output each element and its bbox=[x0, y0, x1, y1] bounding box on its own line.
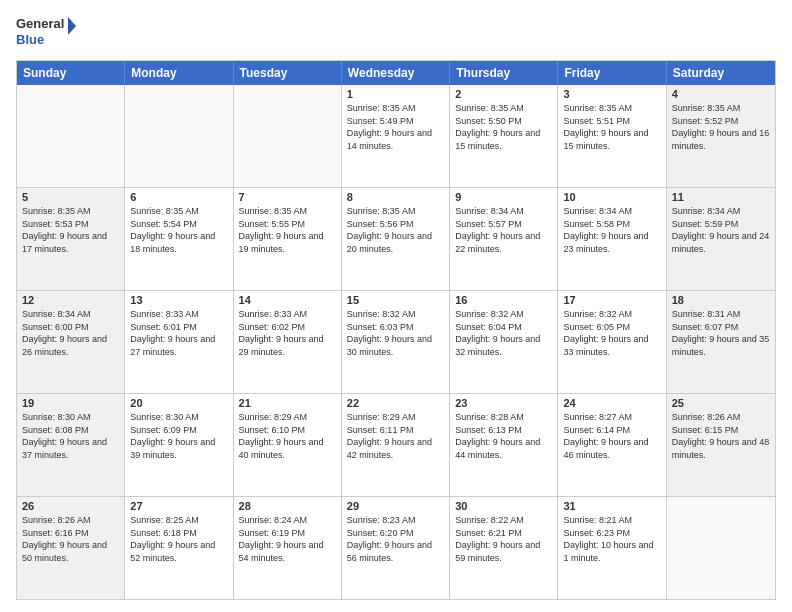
day-number: 16 bbox=[455, 294, 552, 306]
calendar-cell: 22 Sunrise: 8:29 AMSunset: 6:11 PMDaylig… bbox=[342, 394, 450, 496]
weekday-header: Saturday bbox=[667, 61, 775, 85]
calendar-cell: 5 Sunrise: 8:35 AMSunset: 5:53 PMDayligh… bbox=[17, 188, 125, 290]
calendar-cell: 9 Sunrise: 8:34 AMSunset: 5:57 PMDayligh… bbox=[450, 188, 558, 290]
day-number: 23 bbox=[455, 397, 552, 409]
calendar-cell: 20 Sunrise: 8:30 AMSunset: 6:09 PMDaylig… bbox=[125, 394, 233, 496]
cell-info: Sunrise: 8:35 AMSunset: 5:56 PMDaylight:… bbox=[347, 205, 444, 255]
day-number: 18 bbox=[672, 294, 770, 306]
calendar-cell: 19 Sunrise: 8:30 AMSunset: 6:08 PMDaylig… bbox=[17, 394, 125, 496]
day-number: 25 bbox=[672, 397, 770, 409]
cell-info: Sunrise: 8:35 AMSunset: 5:53 PMDaylight:… bbox=[22, 205, 119, 255]
cell-info: Sunrise: 8:35 AMSunset: 5:51 PMDaylight:… bbox=[563, 102, 660, 152]
calendar-row: 1 Sunrise: 8:35 AMSunset: 5:49 PMDayligh… bbox=[17, 85, 775, 187]
day-number: 21 bbox=[239, 397, 336, 409]
cell-info: Sunrise: 8:34 AMSunset: 5:58 PMDaylight:… bbox=[563, 205, 660, 255]
calendar-row: 26 Sunrise: 8:26 AMSunset: 6:16 PMDaylig… bbox=[17, 496, 775, 599]
calendar-header: SundayMondayTuesdayWednesdayThursdayFrid… bbox=[17, 61, 775, 85]
weekday-header: Tuesday bbox=[234, 61, 342, 85]
day-number: 6 bbox=[130, 191, 227, 203]
logo: General Blue bbox=[16, 12, 76, 52]
day-number: 12 bbox=[22, 294, 119, 306]
calendar-cell: 18 Sunrise: 8:31 AMSunset: 6:07 PMDaylig… bbox=[667, 291, 775, 393]
cell-info: Sunrise: 8:30 AMSunset: 6:09 PMDaylight:… bbox=[130, 411, 227, 461]
calendar-cell: 21 Sunrise: 8:29 AMSunset: 6:10 PMDaylig… bbox=[234, 394, 342, 496]
empty-cell bbox=[17, 85, 125, 187]
calendar-cell: 31 Sunrise: 8:21 AMSunset: 6:23 PMDaylig… bbox=[558, 497, 666, 599]
day-number: 31 bbox=[563, 500, 660, 512]
cell-info: Sunrise: 8:35 AMSunset: 5:54 PMDaylight:… bbox=[130, 205, 227, 255]
cell-info: Sunrise: 8:27 AMSunset: 6:14 PMDaylight:… bbox=[563, 411, 660, 461]
cell-info: Sunrise: 8:32 AMSunset: 6:04 PMDaylight:… bbox=[455, 308, 552, 358]
day-number: 8 bbox=[347, 191, 444, 203]
day-number: 22 bbox=[347, 397, 444, 409]
cell-info: Sunrise: 8:35 AMSunset: 5:50 PMDaylight:… bbox=[455, 102, 552, 152]
cell-info: Sunrise: 8:33 AMSunset: 6:01 PMDaylight:… bbox=[130, 308, 227, 358]
day-number: 15 bbox=[347, 294, 444, 306]
weekday-header: Sunday bbox=[17, 61, 125, 85]
cell-info: Sunrise: 8:31 AMSunset: 6:07 PMDaylight:… bbox=[672, 308, 770, 358]
weekday-header: Monday bbox=[125, 61, 233, 85]
calendar-cell: 3 Sunrise: 8:35 AMSunset: 5:51 PMDayligh… bbox=[558, 85, 666, 187]
svg-text:Blue: Blue bbox=[16, 32, 44, 47]
svg-marker-2 bbox=[68, 17, 76, 35]
weekday-header: Thursday bbox=[450, 61, 558, 85]
calendar-cell: 30 Sunrise: 8:22 AMSunset: 6:21 PMDaylig… bbox=[450, 497, 558, 599]
calendar-cell: 28 Sunrise: 8:24 AMSunset: 6:19 PMDaylig… bbox=[234, 497, 342, 599]
cell-info: Sunrise: 8:29 AMSunset: 6:11 PMDaylight:… bbox=[347, 411, 444, 461]
day-number: 26 bbox=[22, 500, 119, 512]
cell-info: Sunrise: 8:30 AMSunset: 6:08 PMDaylight:… bbox=[22, 411, 119, 461]
calendar-cell: 16 Sunrise: 8:32 AMSunset: 6:04 PMDaylig… bbox=[450, 291, 558, 393]
cell-info: Sunrise: 8:35 AMSunset: 5:55 PMDaylight:… bbox=[239, 205, 336, 255]
day-number: 28 bbox=[239, 500, 336, 512]
cell-info: Sunrise: 8:33 AMSunset: 6:02 PMDaylight:… bbox=[239, 308, 336, 358]
calendar-cell: 10 Sunrise: 8:34 AMSunset: 5:58 PMDaylig… bbox=[558, 188, 666, 290]
calendar-cell: 25 Sunrise: 8:26 AMSunset: 6:15 PMDaylig… bbox=[667, 394, 775, 496]
day-number: 5 bbox=[22, 191, 119, 203]
cell-info: Sunrise: 8:28 AMSunset: 6:13 PMDaylight:… bbox=[455, 411, 552, 461]
day-number: 29 bbox=[347, 500, 444, 512]
day-number: 30 bbox=[455, 500, 552, 512]
day-number: 14 bbox=[239, 294, 336, 306]
cell-info: Sunrise: 8:26 AMSunset: 6:16 PMDaylight:… bbox=[22, 514, 119, 564]
calendar-cell: 14 Sunrise: 8:33 AMSunset: 6:02 PMDaylig… bbox=[234, 291, 342, 393]
empty-cell bbox=[125, 85, 233, 187]
calendar-row: 12 Sunrise: 8:34 AMSunset: 6:00 PMDaylig… bbox=[17, 290, 775, 393]
cell-info: Sunrise: 8:34 AMSunset: 5:57 PMDaylight:… bbox=[455, 205, 552, 255]
day-number: 10 bbox=[563, 191, 660, 203]
day-number: 20 bbox=[130, 397, 227, 409]
cell-info: Sunrise: 8:35 AMSunset: 5:52 PMDaylight:… bbox=[672, 102, 770, 152]
day-number: 24 bbox=[563, 397, 660, 409]
cell-info: Sunrise: 8:25 AMSunset: 6:18 PMDaylight:… bbox=[130, 514, 227, 564]
calendar-cell: 1 Sunrise: 8:35 AMSunset: 5:49 PMDayligh… bbox=[342, 85, 450, 187]
day-number: 7 bbox=[239, 191, 336, 203]
svg-text:General: General bbox=[16, 16, 64, 31]
cell-info: Sunrise: 8:32 AMSunset: 6:05 PMDaylight:… bbox=[563, 308, 660, 358]
day-number: 17 bbox=[563, 294, 660, 306]
cell-info: Sunrise: 8:32 AMSunset: 6:03 PMDaylight:… bbox=[347, 308, 444, 358]
weekday-header: Wednesday bbox=[342, 61, 450, 85]
day-number: 13 bbox=[130, 294, 227, 306]
day-number: 9 bbox=[455, 191, 552, 203]
calendar-cell: 17 Sunrise: 8:32 AMSunset: 6:05 PMDaylig… bbox=[558, 291, 666, 393]
calendar-cell: 4 Sunrise: 8:35 AMSunset: 5:52 PMDayligh… bbox=[667, 85, 775, 187]
calendar-cell: 29 Sunrise: 8:23 AMSunset: 6:20 PMDaylig… bbox=[342, 497, 450, 599]
calendar-row: 19 Sunrise: 8:30 AMSunset: 6:08 PMDaylig… bbox=[17, 393, 775, 496]
cell-info: Sunrise: 8:29 AMSunset: 6:10 PMDaylight:… bbox=[239, 411, 336, 461]
empty-cell bbox=[667, 497, 775, 599]
empty-cell bbox=[234, 85, 342, 187]
calendar-cell: 23 Sunrise: 8:28 AMSunset: 6:13 PMDaylig… bbox=[450, 394, 558, 496]
calendar-cell: 26 Sunrise: 8:26 AMSunset: 6:16 PMDaylig… bbox=[17, 497, 125, 599]
calendar: SundayMondayTuesdayWednesdayThursdayFrid… bbox=[16, 60, 776, 600]
cell-info: Sunrise: 8:34 AMSunset: 5:59 PMDaylight:… bbox=[672, 205, 770, 255]
day-number: 11 bbox=[672, 191, 770, 203]
calendar-cell: 2 Sunrise: 8:35 AMSunset: 5:50 PMDayligh… bbox=[450, 85, 558, 187]
calendar-cell: 12 Sunrise: 8:34 AMSunset: 6:00 PMDaylig… bbox=[17, 291, 125, 393]
cell-info: Sunrise: 8:22 AMSunset: 6:21 PMDaylight:… bbox=[455, 514, 552, 564]
cell-info: Sunrise: 8:21 AMSunset: 6:23 PMDaylight:… bbox=[563, 514, 660, 564]
calendar-cell: 6 Sunrise: 8:35 AMSunset: 5:54 PMDayligh… bbox=[125, 188, 233, 290]
cell-info: Sunrise: 8:26 AMSunset: 6:15 PMDaylight:… bbox=[672, 411, 770, 461]
header: General Blue bbox=[16, 12, 776, 52]
day-number: 4 bbox=[672, 88, 770, 100]
logo-svg: General Blue bbox=[16, 12, 76, 52]
calendar-body: 1 Sunrise: 8:35 AMSunset: 5:49 PMDayligh… bbox=[17, 85, 775, 599]
